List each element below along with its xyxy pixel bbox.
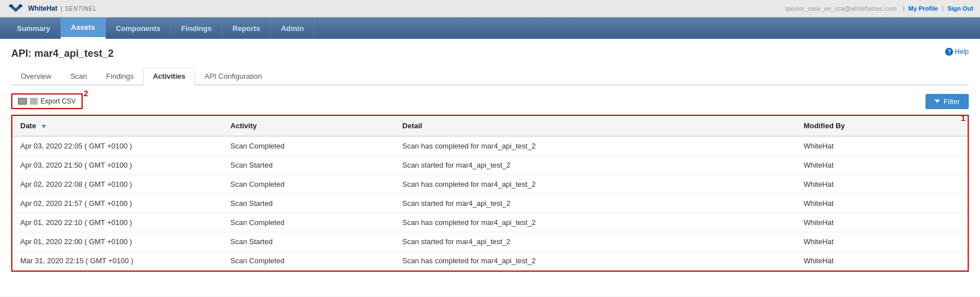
cell-date: Apr 01, 2020 22:00 ( GMT +0100 ) xyxy=(12,232,223,251)
page-header: API: mar4_api_test_2 Help xyxy=(11,48,969,60)
nav-reports[interactable]: Reports xyxy=(223,17,271,39)
export-csv-icon xyxy=(30,98,38,105)
table-header-row: Date Activity Detail Modified By 1 xyxy=(12,116,968,136)
col-header-activity: Activity xyxy=(223,116,395,136)
modified-by-badge: 1 xyxy=(961,114,965,123)
table-row: Mar 31, 2020 22:15 ( GMT +0100 ) Scan Co… xyxy=(12,251,968,271)
table-row: Apr 03, 2020 22:05 ( GMT +0100 ) Scan Co… xyxy=(12,136,968,156)
cell-detail: Scan started for mar4_api_test_2 xyxy=(395,194,796,213)
nav-assets[interactable]: Assets xyxy=(61,17,106,39)
tab-findings[interactable]: Findings xyxy=(97,68,143,86)
cell-detail: Scan has completed for mar4_api_test_2 xyxy=(395,213,796,232)
separator2: | xyxy=(942,5,945,12)
tabs-container: Overview Scan Findings Activities API Co… xyxy=(11,68,969,86)
cell-activity: Scan Completed xyxy=(223,175,395,194)
export-csv-badge: 2 xyxy=(84,89,88,98)
cell-detail: Scan has completed for mar4_api_test_2 xyxy=(395,251,796,271)
separator1: | xyxy=(903,5,906,12)
whitehat-logo-icon xyxy=(7,2,25,15)
cell-modified-by: WhiteHat xyxy=(796,251,968,271)
sign-out-link[interactable]: Sign Out xyxy=(947,5,973,12)
cell-activity: Scan Started xyxy=(223,194,395,213)
nav-bar: Summary Assets Components Findings Repor… xyxy=(0,17,980,39)
cell-modified-by: WhiteHat xyxy=(796,156,968,175)
activities-table-wrapper: Date Activity Detail Modified By 1 Apr 0… xyxy=(11,115,969,272)
cell-activity: Scan Completed xyxy=(223,213,395,232)
help-link[interactable]: Help xyxy=(945,48,969,56)
nav-admin[interactable]: Admin xyxy=(271,17,314,39)
cell-activity: Scan Completed xyxy=(223,136,395,156)
page-title: API: mar4_api_test_2 xyxy=(11,48,114,60)
cell-detail: Scan has completed for mar4_api_test_2 xyxy=(395,136,796,156)
nav-summary[interactable]: Summary xyxy=(7,17,61,39)
tab-api-configuration[interactable]: API Configuration xyxy=(195,68,272,86)
cell-activity: Scan Completed xyxy=(223,251,395,271)
cell-date: Apr 01, 2020 22:10 ( GMT +0100 ) xyxy=(12,213,223,232)
cell-date: Mar 31, 2020 22:15 ( GMT +0100 ) xyxy=(12,251,223,271)
table-body: Apr 03, 2020 22:05 ( GMT +0100 ) Scan Co… xyxy=(12,136,968,271)
activities-table: Date Activity Detail Modified By 1 Apr 0… xyxy=(12,116,968,271)
export-csv-button[interactable]: Export CSV 2 xyxy=(11,93,83,109)
table-row: Apr 01, 2020 22:10 ( GMT +0100 ) Scan Co… xyxy=(12,213,968,232)
filter-icon xyxy=(934,100,940,103)
nav-findings[interactable]: Findings xyxy=(171,17,222,39)
cell-modified-by: WhiteHat xyxy=(796,213,968,232)
logo-product: | SENTINEL xyxy=(61,6,97,12)
cell-modified-by: WhiteHat xyxy=(796,194,968,213)
tab-overview[interactable]: Overview xyxy=(11,68,61,86)
tab-scan[interactable]: Scan xyxy=(61,68,97,86)
logo-brand: WhiteHat xyxy=(28,4,57,12)
nav-components[interactable]: Components xyxy=(106,17,171,39)
cell-modified-by: WhiteHat xyxy=(796,136,968,156)
cell-date: Apr 03, 2020 21:50 ( GMT +0100 ) xyxy=(12,156,223,175)
table-row: Apr 01, 2020 22:00 ( GMT +0100 ) Scan St… xyxy=(12,232,968,251)
cell-modified-by: WhiteHat xyxy=(796,175,968,194)
cell-activity: Scan Started xyxy=(223,156,395,175)
col-header-modified-by: Modified By 1 xyxy=(796,116,968,136)
cell-detail: Scan has completed for mar4_api_test_2 xyxy=(395,175,796,194)
logo-area: WhiteHat | SENTINEL xyxy=(7,2,97,15)
filter-button[interactable]: Filter xyxy=(925,94,969,109)
my-profile-link[interactable]: My Profile xyxy=(909,5,938,12)
cell-date: Apr 02, 2020 21:57 ( GMT +0100 ) xyxy=(12,194,223,213)
cell-date: Apr 03, 2020 22:05 ( GMT +0100 ) xyxy=(12,136,223,156)
tab-activities[interactable]: Activities xyxy=(143,68,195,86)
col-header-detail: Detail xyxy=(395,116,796,136)
cell-detail: Scan started for mar4_api_test_2 xyxy=(395,232,796,251)
cell-detail: Scan started for mar4_api_test_2 xyxy=(395,156,796,175)
toolbar-row: Export CSV 2 Filter xyxy=(11,93,969,109)
cell-modified-by: WhiteHat xyxy=(796,232,968,251)
table-row: Apr 03, 2020 21:50 ( GMT +0100 ) Scan St… xyxy=(12,156,968,175)
table-row: Apr 02, 2020 21:57 ( GMT +0100 ) Scan St… xyxy=(12,194,968,213)
cell-activity: Scan Started xyxy=(223,232,395,251)
top-bar: WhiteHat | SENTINEL qauser_sase_ee_sca@w… xyxy=(0,0,980,17)
top-bar-user-info: qauser_sase_ee_sca@whitehatsec.com | My … xyxy=(783,5,973,12)
sort-arrow-icon xyxy=(42,125,46,128)
col-header-date[interactable]: Date xyxy=(12,116,223,136)
user-email: qauser_sase_ee_sca@whitehatsec.com xyxy=(785,5,897,12)
table-row: Apr 02, 2020 22:08 ( GMT +0100 ) Scan Co… xyxy=(12,175,968,194)
cell-date: Apr 02, 2020 22:08 ( GMT +0100 ) xyxy=(12,175,223,194)
main-content: API: mar4_api_test_2 Help Overview Scan … xyxy=(0,39,980,296)
